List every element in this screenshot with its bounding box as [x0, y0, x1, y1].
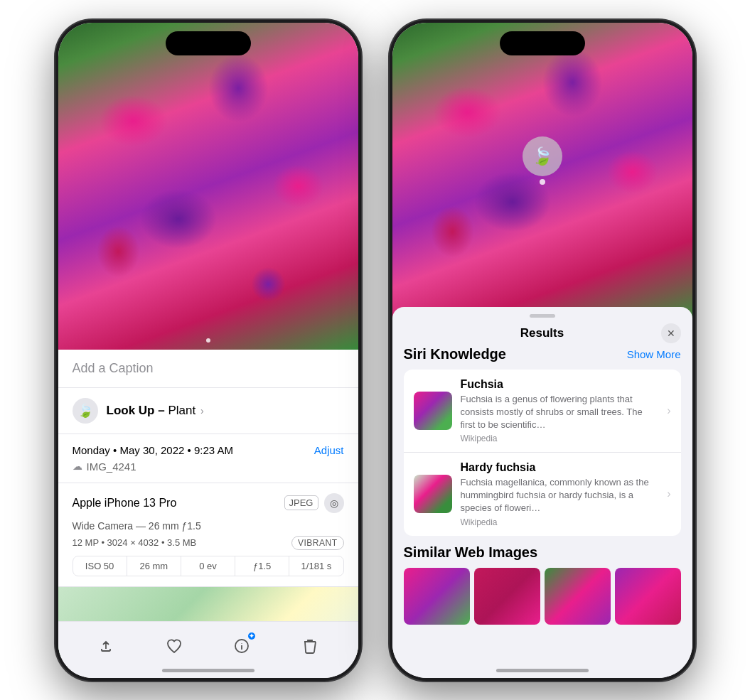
exif-focal: 26 mm — [127, 556, 181, 576]
meta-section: Monday • May 30, 2022 • 9:23 AM Adjust ☁… — [58, 434, 358, 483]
show-more-button[interactable]: Show More — [627, 348, 681, 360]
location-icon: ◎ — [324, 493, 344, 513]
share-button[interactable] — [93, 633, 119, 659]
knowledge-item-hardy[interactable]: Hardy fuchsia Fuchsia magellanica, commo… — [404, 452, 681, 536]
meta-date: Monday • May 30, 2022 • 9:23 AM — [73, 444, 233, 456]
exif-ev: 0 ev — [181, 556, 235, 576]
exif-aperture: ƒ1.5 — [235, 556, 289, 576]
meta-date-row: Monday • May 30, 2022 • 9:23 AM Adjust — [73, 444, 344, 456]
hardy-desc: Fuchsia magellanica, commonly known as t… — [461, 476, 659, 515]
photo-image[interactable] — [58, 23, 358, 350]
adjust-button[interactable]: Adjust — [314, 444, 344, 456]
fuchsia-desc: Fuchsia is a genus of flowering plants t… — [461, 393, 659, 432]
meta-filename: IMG_4241 — [87, 461, 136, 473]
home-indicator — [162, 669, 255, 672]
results-sheet: Results ✕ Siri Knowledge Show More — [392, 307, 692, 678]
similar-images-section: Similar Web Images — [392, 544, 692, 625]
siri-header: Siri Knowledge Show More — [404, 346, 681, 362]
lookup-chevron-icon: › — [200, 405, 204, 416]
info-button[interactable]: ✦ — [229, 633, 255, 659]
fuchsia-name: Fuchsia — [461, 378, 659, 391]
delete-button[interactable] — [297, 633, 323, 659]
similar-img-1[interactable] — [404, 568, 470, 625]
similar-img-2[interactable] — [474, 568, 540, 625]
jpeg-badge: JPEG — [284, 495, 318, 510]
hardy-thumbnail — [414, 475, 452, 513]
cloud-icon: ☁ — [73, 461, 82, 472]
device-name: Apple iPhone 13 Pro — [73, 497, 177, 510]
hardy-source: Wikipedia — [461, 517, 659, 527]
lookup-icon: 🍃 — [73, 398, 98, 424]
resolution-row: 12 MP • 3024 × 4032 • 3.5 MB VIBRANT — [73, 536, 344, 550]
device-section: Apple iPhone 13 Pro JPEG ◎ Wide Camera —… — [58, 483, 358, 587]
similar-title: Similar Web Images — [404, 544, 681, 561]
device-badges: JPEG ◎ — [284, 493, 344, 513]
hardy-chevron-icon: › — [667, 488, 670, 500]
favorite-button[interactable] — [161, 633, 187, 659]
fuchsia-text: Fuchsia Fuchsia is a genus of flowering … — [461, 378, 659, 444]
similar-img-3[interactable] — [545, 568, 611, 625]
close-button[interactable]: ✕ — [661, 323, 681, 343]
fuchsia-chevron-icon: › — [667, 404, 670, 417]
results-title: Results — [520, 326, 564, 340]
exif-row: ISO 50 26 mm 0 ev ƒ1.5 1/181 s — [73, 556, 344, 576]
lookup-label: Look Up – Plant › — [107, 404, 204, 418]
device-row: Apple iPhone 13 Pro JPEG ◎ — [73, 493, 344, 513]
dot-1 — [206, 338, 210, 343]
caption-placeholder[interactable]: Add a Caption — [73, 361, 154, 375]
fuchsia-source: Wikipedia — [461, 434, 659, 443]
meta-filename-row: ☁ IMG_4241 — [73, 461, 344, 473]
siri-title: Siri Knowledge — [404, 346, 506, 362]
screen-2: 🍃 Results ✕ Siri Knowledge Show More — [392, 23, 692, 678]
knowledge-item-fuchsia[interactable]: Fuchsia Fuchsia is a genus of flowering … — [404, 370, 681, 453]
phone-2: 🍃 Results ✕ Siri Knowledge Show More — [390, 20, 695, 681]
exif-iso: ISO 50 — [73, 556, 127, 576]
siri-knowledge-section: Siri Knowledge Show More Fuchsia Fuchsia… — [392, 346, 692, 544]
similar-img-4[interactable] — [615, 568, 681, 625]
phone-1: Add a Caption 🍃 Look Up – Plant › Monday… — [55, 20, 361, 681]
hardy-text: Hardy fuchsia Fuchsia magellanica, commo… — [461, 461, 659, 527]
home-indicator-2 — [496, 669, 589, 672]
knowledge-card: Fuchsia Fuchsia is a genus of flowering … — [404, 370, 681, 536]
lookup-row[interactable]: 🍃 Look Up – Plant › — [58, 388, 358, 434]
resolution-text: 12 MP • 3024 × 4032 • 3.5 MB — [73, 537, 197, 548]
exif-shutter: 1/181 s — [289, 556, 343, 576]
similar-images-grid — [404, 568, 681, 625]
visual-lookup-button[interactable]: 🍃 — [523, 136, 562, 176]
lookup-indicator-dot — [540, 179, 545, 185]
results-header: Results ✕ — [392, 318, 692, 346]
caption-area[interactable]: Add a Caption — [58, 350, 358, 388]
dynamic-island-2 — [500, 31, 585, 55]
hardy-name: Hardy fuchsia — [461, 461, 659, 474]
screen-1: Add a Caption 🍃 Look Up – Plant › Monday… — [58, 23, 358, 678]
dynamic-island — [166, 31, 251, 55]
photo-image-2[interactable]: 🍃 — [392, 23, 692, 321]
photo-page-indicator — [206, 338, 210, 343]
vibrant-badge: VIBRANT — [291, 536, 344, 550]
info-badge-dot: ✦ — [247, 631, 257, 641]
fuchsia-thumbnail — [414, 392, 452, 430]
leaf-icon: 🍃 — [532, 146, 553, 166]
camera-spec: Wide Camera — 26 mm ƒ1.5 — [73, 520, 344, 532]
